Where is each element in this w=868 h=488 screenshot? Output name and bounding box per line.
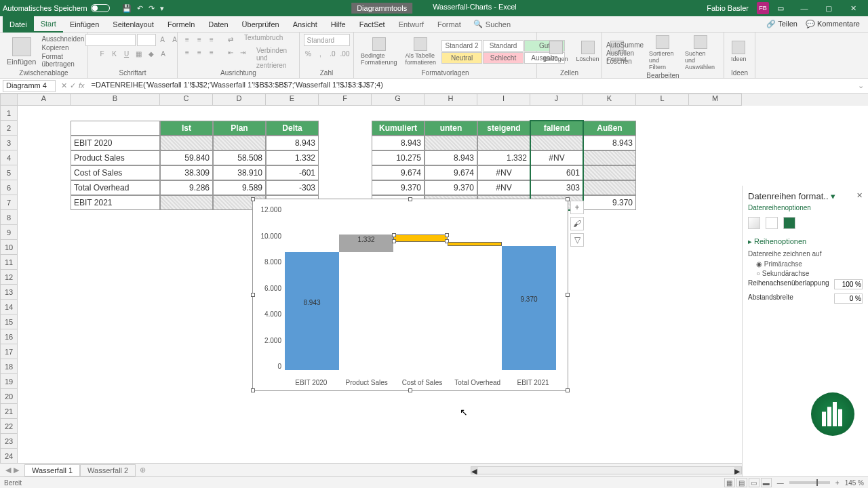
- add-sheet-icon[interactable]: ⊕: [140, 466, 146, 474]
- cell[interactable]: 9.286: [160, 180, 213, 195]
- effects-icon[interactable]: [766, 217, 778, 229]
- tab-nav-prev-icon[interactable]: ◀: [5, 466, 11, 474]
- cell[interactable]: [425, 136, 477, 150]
- cell[interactable]: [477, 136, 530, 150]
- row-header[interactable]: 5: [0, 165, 18, 180]
- sort-filter-button[interactable]: Sortieren und Filtern: [646, 34, 679, 72]
- cell[interactable]: Total Overhead: [71, 180, 160, 195]
- col-header[interactable]: L: [636, 94, 689, 106]
- row-header[interactable]: 4: [0, 150, 18, 165]
- cell[interactable]: Plan: [213, 121, 266, 136]
- cell[interactable]: [583, 165, 636, 180]
- cell[interactable]: 38.910: [213, 165, 266, 180]
- col-header[interactable]: M: [689, 94, 742, 106]
- cell[interactable]: 58.508: [213, 150, 266, 165]
- row-header[interactable]: 17: [0, 344, 18, 359]
- row-header[interactable]: 11: [0, 255, 18, 270]
- cell[interactable]: Cost of Sales: [71, 165, 160, 180]
- quick-access-toolbar[interactable]: 💾 ↶ ↷ ▾: [122, 4, 164, 13]
- cell[interactable]: 9.674: [425, 165, 477, 180]
- chart-elements-icon[interactable]: +: [570, 201, 584, 214]
- row-header[interactable]: 16: [0, 329, 18, 344]
- search-box[interactable]: 🔍 Suchen: [473, 20, 511, 28]
- row-header[interactable]: 19: [0, 374, 18, 389]
- tab-layout[interactable]: Seitenlayout: [106, 16, 161, 33]
- col-header[interactable]: G: [372, 94, 425, 106]
- chart[interactable]: 12.00010.0008.0006.0004.0002.0000 8.9431…: [252, 199, 568, 391]
- cell[interactable]: #NV: [477, 180, 530, 195]
- cell[interactable]: [530, 136, 583, 150]
- cell[interactable]: 9.370: [425, 180, 477, 195]
- save-icon[interactable]: 💾: [122, 4, 132, 13]
- cell[interactable]: 9.370: [372, 180, 425, 195]
- minimize-icon[interactable]: —: [792, 4, 816, 13]
- cell[interactable]: 8.943: [425, 150, 477, 165]
- cell[interactable]: #NV: [477, 165, 530, 180]
- cell[interactable]: EBIT 2020: [71, 136, 160, 150]
- user-avatar[interactable]: FB: [757, 2, 769, 14]
- row-header[interactable]: 13: [0, 285, 18, 300]
- cell[interactable]: fallend: [530, 121, 583, 136]
- cell[interactable]: [583, 150, 636, 165]
- tab-view[interactable]: Ansicht: [286, 16, 324, 33]
- cancel-formula-icon[interactable]: ✕: [61, 81, 67, 90]
- cell[interactable]: [583, 180, 636, 195]
- chart-filter-icon[interactable]: ▽: [570, 233, 584, 247]
- section-title[interactable]: ▸ Reihenoptionen: [748, 237, 863, 246]
- zoom-in-icon[interactable]: +: [835, 479, 840, 487]
- cell[interactable]: 1.332: [266, 150, 319, 165]
- cell[interactable]: 1.332: [477, 150, 530, 165]
- tab-help[interactable]: Hilfe: [324, 16, 353, 33]
- col-header[interactable]: I: [477, 94, 530, 106]
- zoom-out-icon[interactable]: —: [777, 479, 784, 487]
- copy-button[interactable]: Kopieren: [41, 44, 84, 52]
- row-header[interactable]: 12: [0, 270, 18, 285]
- zoom-slider[interactable]: [789, 481, 830, 484]
- cell[interactable]: steigend: [477, 121, 530, 136]
- expand-formula-icon[interactable]: ⌄: [854, 81, 868, 90]
- col-header[interactable]: J: [530, 94, 583, 106]
- overlap-field[interactable]: Reihenachsenüberlappung: [748, 279, 863, 289]
- cell[interactable]: 59.840: [160, 150, 213, 165]
- tab-formulas[interactable]: Formeln: [161, 16, 201, 33]
- tab-format[interactable]: Format: [431, 16, 468, 33]
- tab-nav-next-icon[interactable]: ▶: [14, 466, 19, 474]
- row-header[interactable]: 15: [0, 314, 18, 329]
- cell[interactable]: [213, 136, 266, 150]
- col-header[interactable]: C: [160, 94, 213, 106]
- col-header[interactable]: B: [71, 94, 160, 106]
- cell[interactable]: 8.943: [583, 136, 636, 150]
- formula-input[interactable]: =DATENREIHE('Wasserfall 1'!$J$2;'Wasserf…: [87, 80, 854, 92]
- cell[interactable]: Außen: [583, 121, 636, 136]
- col-header[interactable]: D: [213, 94, 266, 106]
- fx-icon[interactable]: fx: [79, 81, 85, 90]
- cond-format-button[interactable]: Bedingte Formatierung: [358, 36, 400, 67]
- cell[interactable]: 8.943: [372, 136, 425, 150]
- row-header[interactable]: 18: [0, 359, 18, 374]
- h-scrollbar[interactable]: ◀▶: [471, 466, 742, 474]
- cell[interactable]: Delta: [266, 121, 319, 136]
- chart-plot-area[interactable]: 8.9431.3329.370: [283, 206, 561, 370]
- undo-icon[interactable]: ↶: [137, 4, 143, 13]
- cell[interactable]: -303: [266, 180, 319, 195]
- cell[interactable]: 38.309: [160, 165, 213, 180]
- share-button[interactable]: 🔗 Teilen: [766, 20, 797, 28]
- cell[interactable]: unten: [425, 121, 477, 136]
- row-header[interactable]: 1: [0, 106, 18, 121]
- redo-icon[interactable]: ↷: [149, 4, 155, 13]
- row-header[interactable]: 23: [0, 434, 18, 449]
- tab-insert[interactable]: Einfügen: [63, 16, 106, 33]
- row-header[interactable]: 22: [0, 419, 18, 434]
- sheet-tab-1[interactable]: Wasserfall 1: [24, 464, 80, 476]
- delete-cells-button[interactable]: Löschen: [574, 39, 602, 64]
- row-header[interactable]: 3: [0, 136, 18, 150]
- cell[interactable]: 9.589: [213, 180, 266, 195]
- series-options-icon[interactable]: [783, 217, 795, 229]
- zoom-level[interactable]: 145 %: [845, 479, 864, 487]
- cell[interactable]: [160, 195, 213, 210]
- comments-button[interactable]: 💬 Kommentare: [806, 20, 860, 28]
- enter-formula-icon[interactable]: ✓: [70, 81, 76, 90]
- col-header[interactable]: H: [425, 94, 477, 106]
- tab-review[interactable]: Überprüfen: [235, 16, 286, 33]
- row-header[interactable]: 21: [0, 404, 18, 419]
